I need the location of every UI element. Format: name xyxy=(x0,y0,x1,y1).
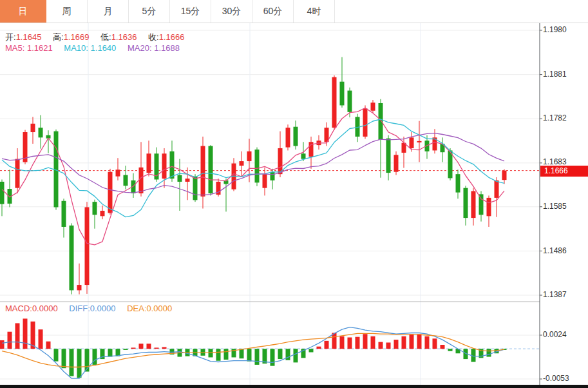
price-axis-label: 1.1585 xyxy=(543,202,567,211)
tab-30min[interactable]: 30分 xyxy=(211,0,252,23)
macd-value: 0.0000 xyxy=(32,304,58,313)
macd-legend: MACD:0.0000 DIFF:0.0000 DEA:0.0000 xyxy=(5,304,172,313)
tab-week[interactable]: 周 xyxy=(46,0,88,23)
diff-value: 0.0000 xyxy=(90,304,116,313)
tab-5min[interactable]: 5分 xyxy=(129,0,170,23)
macd-axis-label: 0.0024 xyxy=(543,330,567,339)
low-label: 低: xyxy=(100,32,111,42)
tab-60min[interactable]: 60分 xyxy=(252,0,294,23)
macd-axis-label: -0.0053 xyxy=(543,374,569,383)
macd-label: MACD: xyxy=(5,304,32,313)
open-value: 1.1645 xyxy=(16,32,42,42)
price-axis-label: 1.1486 xyxy=(543,246,567,255)
tab-month[interactable]: 月 xyxy=(88,0,129,23)
last-price-tag: 1.1666 xyxy=(540,166,588,177)
dea-label: DEA: xyxy=(127,304,146,313)
period-tab-bar: 日 周 月 5分 15分 30分 60分 4时 xyxy=(0,0,588,23)
price-axis-label: 1.1980 xyxy=(543,25,567,34)
tab-15min[interactable]: 15分 xyxy=(170,0,211,23)
open-label: 开: xyxy=(5,32,16,42)
high-label: 高: xyxy=(53,32,64,42)
ohlc-legend: 开:1.1645 高:1.1669 低:1.1636 收:1.1666 xyxy=(5,32,184,43)
diff-label: DIFF: xyxy=(69,304,90,313)
ma5-label: MA5: xyxy=(5,43,24,53)
ma5-value: 1.1621 xyxy=(27,43,53,53)
ma20-label: MA20: xyxy=(128,43,152,53)
candlestick-macd-chart[interactable] xyxy=(0,0,588,388)
ma-legend: MA5: 1.1621 MA10: 1.1640 MA20: 1.1688 xyxy=(5,43,180,53)
dea-value: 0.0000 xyxy=(147,304,173,313)
price-axis-label: 1.1387 xyxy=(543,290,567,299)
low-value: 1.1636 xyxy=(111,32,137,42)
ma20-value: 1.1688 xyxy=(154,43,180,53)
high-value: 1.1669 xyxy=(64,32,90,42)
tab-4hour[interactable]: 4时 xyxy=(294,0,335,23)
ma10-label: MA10: xyxy=(64,43,88,53)
price-axis-label: 1.1881 xyxy=(543,70,567,79)
ma10-value: 1.1640 xyxy=(91,43,117,53)
close-value: 1.1666 xyxy=(159,32,185,42)
tab-day[interactable]: 日 xyxy=(0,0,46,23)
close-label: 收: xyxy=(148,32,159,42)
price-axis-label: 1.1683 xyxy=(543,157,567,166)
price-axis-label: 1.1782 xyxy=(543,113,567,122)
